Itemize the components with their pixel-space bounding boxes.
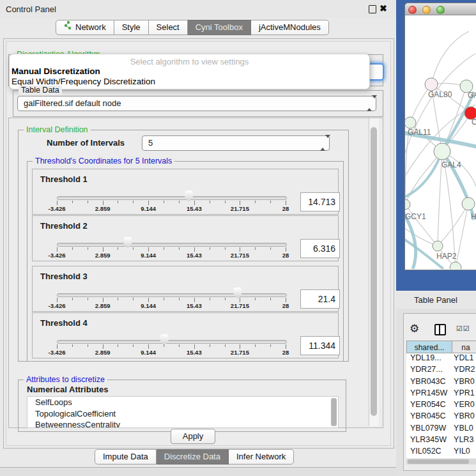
network-edge[interactable] — [431, 31, 469, 84]
tab-select[interactable]: Select — [149, 20, 188, 35]
tick-mark — [57, 344, 58, 349]
threshold-value-field[interactable]: 21.4 — [300, 289, 340, 309]
scrollbar-thumb[interactable] — [408, 459, 469, 464]
gear-icon[interactable]: ⚙ — [410, 322, 419, 335]
cell-shared-name[interactable]: YBR045C — [406, 411, 454, 423]
table-row[interactable]: YDR27...YDR2 — [406, 365, 476, 376]
cell-name[interactable]: YLR3 — [454, 435, 476, 447]
algorithm-dropdown-popup: Select algorithm to view settings Manual… — [9, 54, 370, 89]
list-item[interactable]: BetweennessCentrality — [27, 419, 338, 428]
vertical-scrollbar[interactable] — [369, 118, 379, 426]
table-row[interactable]: YPR145WYPR1 — [406, 388, 476, 400]
table-row[interactable]: YER054CYER0 — [406, 400, 476, 411]
threshold-value-field[interactable]: 6.316 — [300, 239, 340, 258]
numerical-attributes-label: Numerical Attributes — [27, 385, 108, 394]
column-icon[interactable] — [434, 324, 446, 335]
table-row[interactable]: YBR043CYBR0 — [406, 377, 476, 388]
cell-shared-name[interactable]: YPR145W — [406, 388, 454, 400]
close-icon[interactable]: ✖ — [380, 3, 387, 13]
network-window-titlebar[interactable] — [405, 3, 476, 15]
tick-label: -3.426 — [49, 349, 66, 356]
table-row[interactable]: YBL079WYBL0 — [406, 424, 476, 435]
cell-name[interactable]: YER0 — [454, 400, 476, 411]
table-row[interactable]: YIL052CYIL0 — [406, 447, 476, 458]
numerical-attributes-list[interactable]: SelfLoopsTopologicalCoefficientBetweenne… — [27, 396, 339, 428]
network-node-gal4[interactable] — [434, 143, 450, 160]
tab-network[interactable]: Network — [56, 20, 114, 35]
table-panel-titlebar: Table Panel — [396, 291, 476, 309]
list-item[interactable]: TopologicalCoefficient — [27, 408, 338, 420]
table-panel: ⚙ ☑☑ shared... na YDL19...YDL1YDR27...YD… — [403, 313, 476, 471]
screen: Control Panel ✖ NetworkStyleSelectCyni T… — [0, 0, 476, 476]
slider-thumb[interactable] — [160, 334, 169, 346]
apply-button[interactable]: Apply — [171, 429, 215, 444]
tick-mark — [225, 201, 226, 203]
tab-cyni-toolbox[interactable]: Cyni Toolbox — [188, 20, 251, 35]
slider-thumb[interactable] — [123, 237, 132, 249]
cell-name[interactable]: YBR0 — [454, 411, 476, 423]
node-label: GAL11 — [408, 128, 431, 137]
cell-name[interactable]: YIL0 — [454, 447, 476, 458]
num-intervals-combo[interactable]: 5 — [142, 135, 330, 151]
cell-shared-name[interactable]: YDR27... — [406, 365, 454, 376]
bottom-tab-impute-data[interactable]: Impute Data — [95, 449, 157, 464]
horizontal-scrollbar[interactable] — [406, 459, 476, 464]
threshold-value-field[interactable]: 14.713 — [300, 192, 340, 211]
cell-name[interactable]: YPR1 — [454, 388, 476, 400]
network-node-gcy1[interactable] — [405, 199, 410, 210]
cell-shared-name[interactable]: YDL19... — [406, 353, 454, 365]
network-view-window[interactable]: GAL80GACGAL11GAL4GCY1HHAP2 — [404, 3, 476, 270]
table-row[interactable]: YLR345WYLR3 — [406, 435, 476, 447]
cell-shared-name[interactable]: YIL052C — [406, 447, 454, 458]
menu-item-manual-discretization[interactable]: Manual Discretization — [12, 66, 100, 76]
slider-track[interactable] — [57, 196, 287, 200]
cell-name[interactable]: YDR2 — [454, 365, 476, 376]
bottom-tab-discretize-data[interactable]: Discretize Data — [157, 449, 229, 464]
network-node-gal11[interactable] — [405, 117, 416, 128]
table-data-combo[interactable]: galFiltered.sif default node — [17, 96, 376, 111]
table-row[interactable]: YBR045CYBR0 — [406, 411, 476, 423]
slider-track[interactable] — [57, 340, 287, 344]
network-edge[interactable] — [456, 204, 468, 268]
cell-name[interactable]: YDL1 — [454, 353, 476, 365]
list-scrollbar[interactable] — [331, 398, 337, 426]
scrollbar-thumb[interactable] — [371, 127, 377, 416]
slider-thumb[interactable] — [233, 288, 242, 299]
float-window-icon[interactable] — [369, 5, 376, 13]
list-item[interactable]: SelfLoops — [27, 397, 338, 408]
column-header-name[interactable]: na — [452, 341, 476, 353]
stepper-icon — [320, 138, 326, 148]
cell-shared-name[interactable]: YBL079W — [406, 424, 454, 435]
slider-thumb[interactable] — [185, 190, 194, 202]
slider-track[interactable] — [57, 243, 287, 247]
network-node-h[interactable] — [462, 197, 475, 210]
slider-track[interactable] — [57, 293, 287, 297]
menu-item-equal-width-frequency[interactable]: Equal Width/Frequency Discretization — [12, 77, 155, 86]
network-node-hap2[interactable] — [433, 241, 443, 251]
column-header-shared[interactable]: shared... — [406, 341, 452, 353]
num-intervals-label: Number of Intervals — [47, 138, 125, 148]
bottom-tab-infer-network[interactable]: Infer Network — [229, 449, 294, 464]
table-row[interactable]: YDL19...YDL1 — [406, 353, 476, 365]
tick-mark — [72, 247, 73, 250]
network-canvas[interactable]: GAL80GACGAL11GAL4GCY1HHAP2 — [405, 15, 476, 269]
cell-name[interactable]: YBR0 — [454, 377, 476, 388]
checkbox-icons[interactable]: ☑☑ — [456, 325, 470, 333]
cell-name[interactable]: YBL0 — [454, 424, 476, 435]
threshold-label: Threshold 2 — [40, 221, 88, 231]
minimize-window-icon[interactable] — [422, 6, 431, 14]
threshold-label: Threshold 4 — [40, 318, 88, 328]
network-node-gal80[interactable] — [425, 78, 438, 91]
table-data-value: galFiltered.sif default node — [24, 98, 121, 108]
network-edge[interactable] — [405, 151, 442, 204]
close-window-icon[interactable] — [408, 6, 417, 14]
threshold-value-field[interactable]: 11.344 — [300, 336, 340, 355]
cell-shared-name[interactable]: YER054C — [406, 400, 454, 411]
cell-shared-name[interactable]: YLR345W — [406, 435, 454, 447]
tick-mark — [210, 298, 210, 300]
tick-mark — [57, 298, 58, 302]
zoom-window-icon[interactable] — [436, 6, 445, 14]
cell-shared-name[interactable]: YBR043C — [406, 377, 454, 388]
tab-jactivemnodules[interactable]: jActiveMNodules — [251, 20, 329, 35]
tab-style[interactable]: Style — [114, 20, 149, 35]
